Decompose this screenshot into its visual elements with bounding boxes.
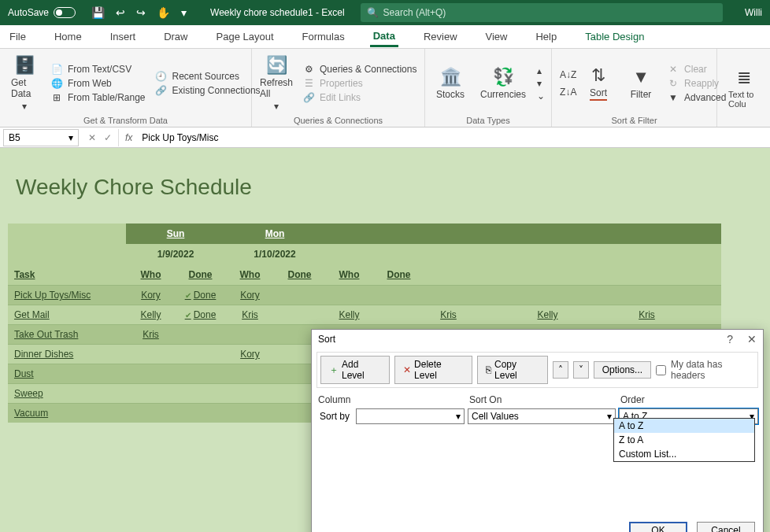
data-cell[interactable]: Kris	[126, 324, 176, 344]
formula-input[interactable]: Pick Up Toys/Misc	[139, 132, 770, 143]
datatypes-scroll[interactable]: ▴▾⌄	[537, 52, 545, 114]
data-cell[interactable]	[374, 305, 424, 324]
queries-connections-button[interactable]: ⚙Queries & Connections	[301, 63, 418, 76]
currencies-button[interactable]: 💱Currencies	[476, 52, 531, 114]
data-cell[interactable]	[176, 383, 225, 403]
data-cell[interactable]	[374, 285, 424, 305]
task-cell[interactable]: Dust	[8, 364, 126, 383]
data-cell[interactable]: Kris	[424, 305, 473, 324]
get-data-button[interactable]: 🗄️ Get Data ▾	[6, 52, 43, 114]
search-box[interactable]: 🔍 Search (Alt+Q)	[361, 3, 723, 22]
data-cell[interactable]: Kelly	[324, 305, 374, 324]
sort-asc-button[interactable]: A↓Z	[558, 68, 574, 81]
help-icon[interactable]: ?	[727, 333, 733, 345]
add-level-button[interactable]: ＋Add Level	[320, 356, 390, 384]
done-cell[interactable]: ✔Done	[176, 305, 225, 324]
data-cell[interactable]	[176, 344, 225, 364]
data-cell[interactable]	[622, 285, 672, 305]
task-cell[interactable]: Take Out Trash	[8, 324, 126, 344]
cancel-button[interactable]: Cancel	[697, 522, 755, 532]
delete-level-button[interactable]: ✕Delete Level	[394, 356, 472, 384]
task-cell[interactable]: Vacuum	[8, 403, 126, 423]
recent-sources-button[interactable]: 🕘Recent Sources	[154, 70, 262, 83]
data-cell[interactable]	[473, 305, 523, 324]
data-cell[interactable]	[225, 364, 275, 383]
chevron-down-icon[interactable]: ▾	[181, 6, 187, 19]
stocks-button[interactable]: 🏛️Stocks	[431, 52, 469, 114]
data-cell[interactable]: Kelly	[126, 305, 176, 324]
headers-checkbox[interactable]: My data has headers	[656, 359, 754, 381]
tab-formulas[interactable]: Formulas	[299, 28, 348, 46]
fx-icon[interactable]: fx	[119, 132, 139, 143]
task-cell[interactable]: Get Mail	[8, 305, 126, 324]
tab-file[interactable]: File	[6, 28, 29, 46]
text-to-columns-button[interactable]: ≣Text to Colu	[724, 52, 764, 124]
done-cell[interactable]: ✔Done	[176, 285, 225, 305]
sort-column-combo[interactable]: ▾	[356, 408, 465, 424]
task-cell[interactable]: Pick Up Toys/Misc	[8, 285, 126, 305]
cancel-icon[interactable]: ✕	[88, 132, 96, 143]
data-cell[interactable]	[672, 305, 721, 324]
move-down-button[interactable]: ˅	[573, 361, 589, 379]
data-cell[interactable]	[275, 305, 324, 324]
data-cell[interactable]: Kory	[225, 285, 275, 305]
from-web-button[interactable]: 🌐From Web	[49, 77, 147, 90]
data-cell[interactable]	[324, 285, 374, 305]
data-cell[interactable]	[225, 383, 275, 403]
data-cell[interactable]	[672, 285, 721, 305]
tab-draw[interactable]: Draw	[161, 28, 191, 46]
existing-connections-button[interactable]: 🔗Existing Connections	[154, 84, 262, 97]
data-cell[interactable]	[572, 285, 622, 305]
sort-desc-button[interactable]: Z↓A	[558, 86, 574, 98]
data-cell[interactable]	[572, 305, 622, 324]
undo-icon[interactable]: ↩	[116, 6, 125, 19]
task-cell[interactable]: Dinner Dishes	[8, 344, 126, 364]
sort-button[interactable]: ⇅Sort	[580, 52, 616, 114]
tab-help[interactable]: Help	[532, 28, 560, 46]
data-cell[interactable]: Kris	[622, 305, 672, 324]
tab-table-design[interactable]: Table Design	[582, 28, 647, 46]
worksheet[interactable]: Weekly Chore Schedule SunMon1/9/20221/10…	[0, 148, 770, 532]
options-button[interactable]: Options...	[594, 361, 651, 379]
data-cell[interactable]	[275, 285, 324, 305]
data-cell[interactable]: Kory	[225, 344, 275, 364]
save-icon[interactable]: 💾	[91, 6, 105, 19]
order-option-ztoa[interactable]: Z to A	[614, 433, 754, 447]
data-cell[interactable]	[126, 344, 176, 364]
close-icon[interactable]: ✕	[747, 333, 757, 345]
data-cell[interactable]	[126, 403, 176, 423]
task-cell[interactable]: Sweep	[8, 383, 126, 403]
sort-on-combo[interactable]: Cell Values▾	[468, 408, 616, 424]
refresh-all-button[interactable]: 🔄 Refresh All ▾	[258, 52, 294, 114]
data-cell[interactable]: Kris	[225, 305, 275, 324]
order-option-custom[interactable]: Custom List...	[614, 447, 754, 461]
touch-mode-icon[interactable]: ✋	[157, 6, 170, 19]
copy-level-button[interactable]: ⎘Copy Level	[477, 356, 548, 384]
tab-insert[interactable]: Insert	[107, 28, 139, 46]
data-cell[interactable]	[176, 364, 225, 383]
from-table-range-button[interactable]: ⊞From Table/Range	[49, 91, 147, 104]
tab-review[interactable]: Review	[420, 28, 461, 46]
redo-icon[interactable]: ↪	[136, 6, 146, 19]
data-cell[interactable]: Kelly	[523, 305, 572, 324]
ok-button[interactable]: OK	[629, 522, 687, 532]
user-name[interactable]: Willi	[737, 7, 770, 18]
data-cell[interactable]	[424, 285, 473, 305]
order-option-atoz[interactable]: A to Z	[614, 419, 754, 433]
data-cell[interactable]	[176, 403, 225, 423]
data-cell[interactable]: Kory	[126, 285, 176, 305]
tab-home[interactable]: Home	[51, 28, 85, 46]
autosave-toggle[interactable]: AutoSave	[0, 7, 83, 18]
name-box[interactable]: B5 ▾	[3, 129, 79, 146]
data-cell[interactable]	[225, 403, 275, 423]
data-cell[interactable]	[225, 324, 275, 344]
filter-button[interactable]: ▼Filter	[623, 52, 659, 114]
data-cell[interactable]	[126, 364, 176, 383]
data-cell[interactable]	[176, 324, 225, 344]
tab-data[interactable]: Data	[370, 27, 398, 47]
move-up-button[interactable]: ˄	[553, 361, 568, 379]
data-cell[interactable]	[473, 285, 523, 305]
tab-view[interactable]: View	[483, 28, 511, 46]
tab-page-layout[interactable]: Page Layout	[213, 28, 277, 46]
from-text-csv-button[interactable]: 📄From Text/CSV	[49, 63, 147, 76]
